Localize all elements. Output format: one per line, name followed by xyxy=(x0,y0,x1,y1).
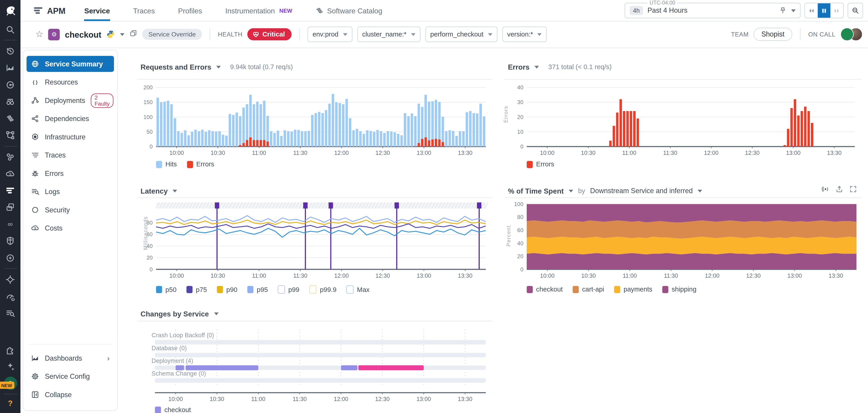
section-title[interactable]: % of Time Spent xyxy=(508,187,564,195)
legend-item-shipping[interactable]: shipping xyxy=(662,285,696,293)
rail-rum-icon[interactable] xyxy=(4,201,17,214)
rail-infrastructure-icon[interactable] xyxy=(4,78,17,92)
legend-item-payments[interactable]: payments xyxy=(614,285,652,293)
oncall-avatars[interactable] xyxy=(840,28,863,41)
rail-bits-ai-icon[interactable] xyxy=(4,360,17,373)
rail-cloud-cost-icon[interactable]: $ xyxy=(4,167,17,181)
rail-log-search-icon[interactable] xyxy=(4,307,17,320)
legend-item-errors[interactable]: Errors xyxy=(187,160,214,168)
group-by-value[interactable]: Downstream Service and inferred xyxy=(590,187,693,195)
chevron-down-icon[interactable] xyxy=(214,312,218,315)
sidebar-item-traces[interactable]: Traces xyxy=(27,147,114,163)
legend-item-p99[interactable]: p99 xyxy=(278,285,299,294)
legend-item-errors[interactable]: Errors xyxy=(527,160,554,168)
legend-item-cart-api[interactable]: cart-api xyxy=(572,285,604,293)
legend-item-p90[interactable]: p90 xyxy=(217,286,238,293)
svg-text:11:00: 11:00 xyxy=(622,150,636,156)
avatar[interactable] xyxy=(840,28,854,41)
chevron-down-icon[interactable] xyxy=(698,190,702,192)
section-title[interactable]: Latency xyxy=(141,187,168,195)
chevron-down-icon[interactable] xyxy=(216,65,221,68)
chevron-down-icon[interactable] xyxy=(791,9,796,12)
legend-item-p50[interactable]: p50 xyxy=(156,286,177,293)
time-range-label: Past 4 Hours xyxy=(647,7,775,14)
rail-security-icon[interactable] xyxy=(4,234,17,248)
chevron-down-icon[interactable] xyxy=(534,65,539,68)
section-title[interactable]: Requests and Errors xyxy=(141,63,211,71)
help-icon[interactable]: ? xyxy=(8,399,13,408)
rail-ci-icon[interactable]: ∞ xyxy=(4,218,17,231)
rail-watchdog-icon[interactable] xyxy=(4,95,17,108)
svg-text:60: 60 xyxy=(517,227,523,233)
legend-item-hits[interactable]: Hits xyxy=(156,160,177,168)
sidebar-item-logs[interactable]: Logs xyxy=(27,184,114,200)
rail-service-map-icon[interactable] xyxy=(4,129,17,142)
sidebar-item-service-config[interactable]: Service Config xyxy=(27,368,114,384)
fullscreen-icon[interactable] xyxy=(849,185,857,195)
rail-history-icon[interactable] xyxy=(4,45,17,58)
team-pill[interactable]: Shopist xyxy=(754,28,792,41)
requests-errors-chart[interactable]: 05010015020010:0010:3011:0011:3012:0012:… xyxy=(137,80,492,157)
errors-chart[interactable]: 01020304010:0010:3011:0011:3012:0012:301… xyxy=(504,80,861,157)
section-title[interactable]: Errors xyxy=(508,63,529,71)
service-management-icon xyxy=(5,253,15,262)
sidebar-item-collapse[interactable]: Collapse xyxy=(27,387,114,403)
latency-chart[interactable]: 02040608010:0010:3011:0011:3012:0012:301… xyxy=(137,198,492,281)
rail-error-tracking-icon[interactable] xyxy=(4,273,17,286)
insights-icon[interactable] xyxy=(822,185,829,195)
rail-service-management-icon[interactable] xyxy=(4,251,17,264)
sidebar-item-resources[interactable]: { }Resources xyxy=(27,74,114,90)
chevron-down-icon[interactable] xyxy=(569,190,573,192)
export-icon[interactable] xyxy=(835,185,843,195)
sidebar-item-label: Resources xyxy=(45,78,78,86)
tab-profiles[interactable]: Profiles xyxy=(178,0,202,21)
zoom-out-button[interactable] xyxy=(847,3,863,18)
time-range-picker[interactable]: UTC-04:00 4h Past 4 Hours xyxy=(625,3,801,18)
tab-service[interactable]: Service xyxy=(84,0,110,21)
time-backward-button[interactable] xyxy=(805,3,818,18)
sidebar-item-costs[interactable]: $Costs xyxy=(27,220,114,236)
time-forward-button[interactable] xyxy=(830,3,843,18)
rail-dashboards-icon[interactable] xyxy=(4,61,17,75)
sidebar-item-dashboards[interactable]: Dashboards› xyxy=(27,350,114,366)
rail-apm-icon[interactable] xyxy=(4,184,17,197)
sidebar-item-deployments[interactable]: Deployments2 Faulty xyxy=(27,92,114,108)
rail-software-catalog-icon[interactable] xyxy=(4,112,17,125)
legend-item-checkout[interactable]: checkout xyxy=(155,406,191,413)
filter-version[interactable]: version:* xyxy=(502,27,547,42)
filter-cluster-name[interactable]: cluster_name:* xyxy=(357,27,420,42)
time-spent-chart[interactable]: 02040608010010:0010:3011:0011:3012:0012:… xyxy=(504,198,861,281)
legend-item-p99-9[interactable]: p99.9 xyxy=(309,285,337,294)
legend-item-p95[interactable]: p95 xyxy=(247,286,268,293)
tab-traces[interactable]: Traces xyxy=(133,0,155,21)
chevron-down-icon[interactable] xyxy=(173,190,177,192)
filter-env-prod[interactable]: env:prod xyxy=(308,27,352,42)
copy-icon[interactable] xyxy=(129,29,137,39)
rail-integrations-icon[interactable] xyxy=(4,343,17,356)
sidebar-item-security[interactable]: Security xyxy=(27,202,114,218)
tab-label: Software Catalog xyxy=(327,6,382,15)
tab-software-catalog[interactable]: Software Catalog xyxy=(315,0,382,21)
rail-performance-icon[interactable] xyxy=(4,290,17,303)
rail-search-icon[interactable] xyxy=(4,23,17,36)
filter-perform-checkout[interactable]: perform_checkout xyxy=(425,27,497,42)
svg-text:200: 200 xyxy=(144,84,153,90)
pause-button[interactable] xyxy=(818,3,830,18)
rail-containers-icon[interactable] xyxy=(4,150,17,164)
legend-item-p75[interactable]: p75 xyxy=(186,286,207,293)
sidebar-item-service-summary[interactable]: Service Summary xyxy=(27,56,114,72)
pin-icon[interactable] xyxy=(779,7,787,14)
changes-by-service-chart[interactable]: Crash Loop Backoff (0)Database (0)Deploy… xyxy=(137,324,492,407)
favorite-star-icon[interactable]: ☆ xyxy=(35,30,43,39)
health-status-badge[interactable]: Critical xyxy=(247,28,291,40)
legend-item-checkout[interactable]: checkout xyxy=(527,285,563,293)
service-dropdown-caret[interactable] xyxy=(120,33,125,36)
section-title[interactable]: Changes by Service xyxy=(141,309,209,318)
sidebar-item-errors[interactable]: Errors xyxy=(27,165,114,182)
sidebar-item-infrastructure[interactable]: Infrastructure xyxy=(27,129,114,145)
sidebar-item-dependencies[interactable]: Dependencies xyxy=(27,110,114,127)
svg-text:12:00: 12:00 xyxy=(334,273,349,279)
legend-item-max[interactable]: Max xyxy=(346,285,370,294)
tab-instrumentation[interactable]: InstrumentationNEW xyxy=(225,0,292,21)
datadog-logo[interactable] xyxy=(0,0,21,21)
